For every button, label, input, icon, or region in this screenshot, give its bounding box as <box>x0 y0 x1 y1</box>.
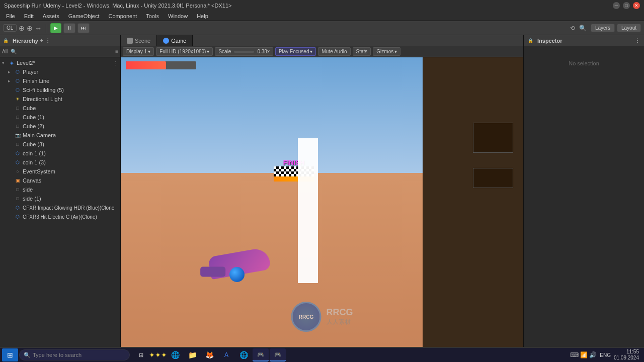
game-tab-icon <box>163 38 169 44</box>
menu-file[interactable]: File <box>2 12 19 20</box>
inspector-title: Inspector <box>537 38 562 44</box>
hierarchy-label-eventsystem: EventSystem <box>23 168 55 174</box>
gizmos-chevron: ▾ <box>394 49 397 54</box>
inspector-lock-icon[interactable]: 🔒 <box>528 38 533 43</box>
menu-window[interactable]: Window <box>164 12 192 20</box>
resolution-selector[interactable]: Full HD (1920x1080) ▾ <box>156 47 213 56</box>
minimize-button[interactable]: ─ <box>613 2 620 9</box>
play-focused-btn[interactable]: Play Focused ▾ <box>275 47 316 56</box>
taskbar-search[interactable]: 🔍 Type here to search <box>19 349 130 360</box>
center-panel: Scene Game Display 1 ▾ Full HD (1920x108… <box>121 35 523 347</box>
hierarchy-options-btn[interactable]: ⋮ <box>45 38 50 43</box>
taskbar-search-icon: 🔍 <box>24 352 31 358</box>
tab-scene[interactable]: Scene <box>121 35 157 46</box>
scale-control[interactable]: Scale 0.38x <box>215 47 273 56</box>
tray-time[interactable]: 11:55 01.09.2024 <box>614 349 639 361</box>
game-viewport: SCORE : 1 FINISH <box>121 57 523 347</box>
hierarchy-item-cube[interactable]: □ Cube <box>0 104 120 113</box>
hierarchy-icon-building: ⬡ <box>14 86 21 94</box>
maximize-button[interactable]: □ <box>623 2 630 9</box>
start-button[interactable]: ⊞ <box>2 348 18 361</box>
hierarchy-item-camera[interactable]: 📷 Main Camera <box>0 131 120 140</box>
hierarchy-item-side[interactable]: □ side <box>0 185 120 194</box>
pivot-toggle[interactable]: ⊕ <box>19 24 25 32</box>
taskbar-app-cortana[interactable]: ✦✦✦ <box>150 348 166 361</box>
hierarchy-item-coin1[interactable]: ⬡ coin 1 (1) <box>0 149 120 158</box>
white-pillar <box>298 138 318 283</box>
taskbar-app-edge[interactable]: 🌐 <box>167 348 183 361</box>
search-toolbar-btn[interactable]: 🔍 <box>579 25 587 32</box>
stats-label: Stats <box>356 49 368 54</box>
taskbar-app-explorer[interactable]: 📁 <box>184 348 200 361</box>
building-detail-2 <box>473 168 513 188</box>
hierarchy-icon-cfxr-impact: ⬡ <box>14 204 21 211</box>
hierarchy-title: Hierarchy <box>13 38 38 44</box>
hierarchy-item-coin3[interactable]: ⬡ coin 1 (3) <box>0 158 120 167</box>
hierarchy-item-player[interactable]: ▸ ⬡ Player <box>0 67 120 76</box>
hierarchy-item-cube2[interactable]: □ Cube (2) <box>0 122 120 131</box>
hierarchy-item-building[interactable]: ⬡ Sci-fi building (5) <box>0 85 120 95</box>
menu-assets[interactable]: Assets <box>39 12 63 20</box>
gl-label[interactable]: GL <box>3 24 17 32</box>
menu-tools[interactable]: Tools <box>142 12 163 20</box>
hierarchy-label-level2: Level2* <box>17 60 35 66</box>
stats-btn[interactable]: Stats <box>353 47 371 56</box>
layers-button[interactable]: Layers <box>591 24 615 32</box>
hierarchy-item-cfxr3-hit[interactable]: ⬡ CFXR3 Hit Electric C (Air)(Clone) <box>0 212 120 221</box>
hierarchy-item-finishline[interactable]: ▸ ⬡ Finish Line <box>0 76 120 85</box>
play-focused-chevron: ▾ <box>310 49 312 54</box>
hierarchy-label-cube3: Cube (3) <box>23 141 44 147</box>
hierarchy-label-side1: side (1) <box>23 196 41 202</box>
hierarchy-all-btn[interactable]: All <box>2 49 8 54</box>
health-bar-bg <box>126 61 196 69</box>
hierarchy-item-side1[interactable]: □ side (1) <box>0 194 120 203</box>
step-button[interactable]: ⏭ <box>77 23 90 33</box>
move-tool[interactable]: ↔ <box>35 24 42 32</box>
taskbar-app-chrome[interactable]: 🌐 <box>235 348 252 361</box>
hierarchy-label-dirlight: Directional Light <box>23 96 62 102</box>
hierarchy-more-level2[interactable]: ⋮ <box>113 60 118 66</box>
menu-gameobject[interactable]: GameObject <box>64 12 104 20</box>
scene-tab-icon <box>127 38 133 44</box>
menu-component[interactable]: Component <box>104 12 141 20</box>
hierarchy-item-eventsystem[interactable]: ○ EventSystem <box>0 167 120 176</box>
hierarchy-item-canvas[interactable]: ▣ Canvas <box>0 176 120 185</box>
building-body <box>423 57 523 347</box>
hierarchy-label-camera: Main Camera <box>23 132 56 138</box>
taskbar-app-apowersoft[interactable]: A <box>218 348 234 361</box>
taskbar-app-spaceship[interactable]: 🎮 <box>270 348 286 361</box>
layout-button[interactable]: Layout <box>617 24 641 32</box>
close-button[interactable]: ✕ <box>633 2 640 9</box>
history-btn[interactable]: ⟲ <box>570 25 575 32</box>
taskbar-app-unity[interactable]: 🎮 <box>253 348 269 361</box>
hierarchy-lock-icon[interactable]: 🔒 <box>3 38 9 43</box>
menu-help[interactable]: Help <box>193 12 212 20</box>
hierarchy-item-cfxr-impact[interactable]: ⬡ CFXR Impact Glowing HDR (Blue)(Clone <box>0 203 120 212</box>
window-title: Spaceship Run Udemy - Level2 - Windows, … <box>4 3 231 9</box>
hierarchy-item-cube1[interactable]: □ Cube (1) <box>0 113 120 122</box>
hierarchy-label-finishline: Finish Line <box>23 78 49 84</box>
hierarchy-add-btn[interactable]: + <box>40 38 43 43</box>
hierarchy-item-cube3[interactable]: □ Cube (3) <box>0 140 120 149</box>
inspector-header: 🔒 Inspector ⋮ <box>524 35 644 46</box>
pause-button[interactable]: ⏸ <box>63 23 75 33</box>
hierarchy-item-dirlight[interactable]: ☀ Directional Light <box>0 95 120 104</box>
start-icon: ⊞ <box>7 351 13 359</box>
inspector-options[interactable]: ⋮ <box>635 38 640 43</box>
gizmos-btn[interactable]: Gizmos ▾ <box>373 47 400 56</box>
play-button[interactable]: ▶ <box>50 23 61 33</box>
taskbar-app-widgets[interactable]: ⊞ <box>133 348 149 361</box>
mute-audio-btn[interactable]: Mute Audio <box>318 47 350 56</box>
tab-game[interactable]: Game <box>157 35 193 46</box>
view-tabs: Scene Game <box>121 35 523 46</box>
display-selector[interactable]: Display 1 ▾ <box>123 47 154 56</box>
taskbar-app-firefox[interactable]: 🦊 <box>201 348 217 361</box>
hierarchy-arrow-finishline: ▸ <box>8 78 14 83</box>
hierarchy-item-level2[interactable]: ▾ ◈ Level2* ⋮ <box>0 58 120 67</box>
menu-edit[interactable]: Edit <box>20 12 38 20</box>
hierarchy-header: 🔒 Hierarchy + ⋮ <box>0 35 120 46</box>
hierarchy-label-canvas: Canvas <box>23 177 41 184</box>
global-toggle[interactable]: ⊕ <box>27 24 33 32</box>
hierarchy-search-icon[interactable]: 🔍 <box>11 49 17 54</box>
hierarchy-icon-player: ⬡ <box>14 68 21 75</box>
